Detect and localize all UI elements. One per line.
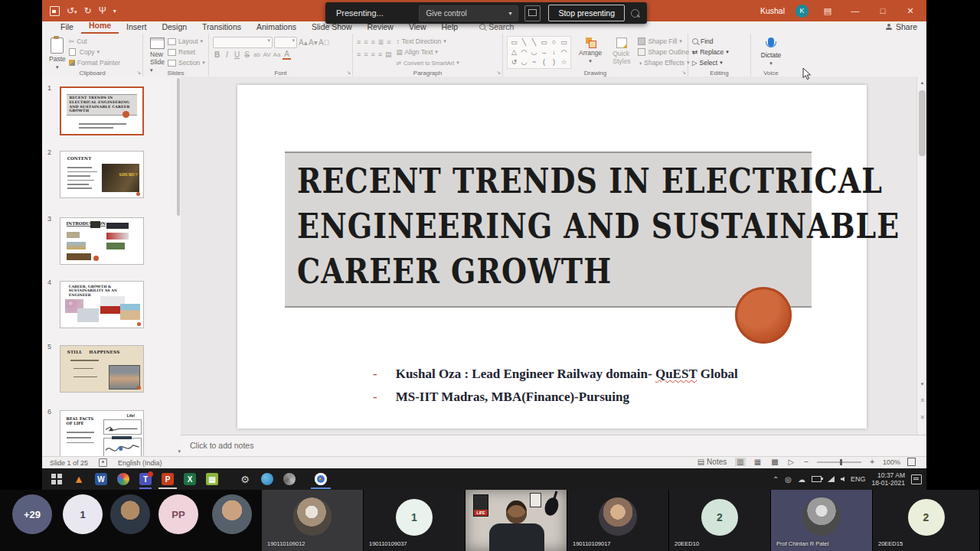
- reading-view-button[interactable]: ▩: [769, 458, 779, 466]
- account-avatar[interactable]: K: [795, 5, 808, 18]
- slide-sorter-view-button[interactable]: ▦: [753, 458, 763, 466]
- thumbnail-scrollbar[interactable]: [177, 78, 180, 216]
- excel-icon[interactable]: X: [182, 471, 198, 487]
- font-dialog-launcher[interactable]: ↘: [346, 70, 351, 76]
- font-color-button[interactable]: A: [283, 50, 291, 60]
- list-buttons[interactable]: ≡≡≡≣≡: [357, 36, 392, 48]
- bullet-line-2[interactable]: -MS-IIT Madras, MBA(Finance)-Pursuing: [373, 390, 629, 405]
- customize-qat-icon[interactable]: ▾: [113, 8, 116, 15]
- close-button[interactable]: ✕: [902, 6, 919, 16]
- shrink-font-icon[interactable]: A▾: [309, 38, 317, 47]
- share-button[interactable]: Share: [886, 22, 917, 31]
- participant-tile[interactable]: 190110109017: [567, 490, 669, 551]
- action-center-icon[interactable]: [911, 474, 922, 484]
- save-icon[interactable]: [50, 6, 60, 16]
- undo-icon[interactable]: ↺▾: [67, 5, 77, 16]
- slide-canvas[interactable]: RECENT TRENDS IN ELECTRICAL ENGINEERING …: [237, 85, 867, 429]
- thumbnail-slide-1[interactable]: RECENT TRENDS IN ELECTRICAL ENGINEERING …: [60, 86, 144, 135]
- thumbnail-slide-2[interactable]: CONTENT SHURU?: [60, 151, 144, 198]
- start-button[interactable]: [49, 471, 64, 487]
- previous-slide-button[interactable]: «: [919, 396, 926, 406]
- scroll-up-icon[interactable]: ▴: [917, 77, 926, 86]
- underline-button[interactable]: U: [233, 51, 241, 59]
- font-name-combo[interactable]: [213, 37, 273, 48]
- clear-format-icon[interactable]: A⃠: [318, 38, 327, 47]
- align-buttons[interactable]: ≡≡≡≡▤: [357, 48, 392, 60]
- thumbnail-slide-4[interactable]: CAREER, GROWTH & SUSTAINABILITY AS AN EN…: [60, 281, 144, 328]
- italic-button[interactable]: I: [223, 51, 231, 59]
- tab-transitions[interactable]: Transitions: [194, 22, 249, 34]
- bold-button[interactable]: B: [213, 51, 221, 59]
- fit-slide-button[interactable]: [907, 458, 916, 466]
- paragraph-dialog-launcher[interactable]: ↘: [496, 70, 501, 76]
- font-size-combo[interactable]: [274, 37, 297, 48]
- tab-insert[interactable]: Insert: [119, 22, 154, 34]
- slideshow-view-button[interactable]: ▷: [787, 458, 796, 466]
- shape-outline-button[interactable]: Shape Outline▾: [638, 47, 694, 57]
- participant-tile[interactable]: 1 190110109037: [364, 490, 466, 551]
- section-button[interactable]: Section▾: [168, 57, 205, 68]
- strikethrough-button[interactable]: S: [243, 51, 251, 59]
- stop-presenting-button[interactable]: Stop presenting: [548, 5, 625, 21]
- skype-icon[interactable]: [260, 471, 275, 487]
- participant-tile[interactable]: Prof Chintan R Patel: [771, 490, 873, 551]
- reset-button[interactable]: Reset: [168, 47, 205, 57]
- zoom-out-button[interactable]: −: [802, 458, 810, 466]
- people-icon[interactable]: ◎: [785, 475, 792, 484]
- media-app-icon[interactable]: [116, 471, 131, 487]
- participant-overflow-count[interactable]: +29: [12, 494, 52, 534]
- tab-help[interactable]: Help: [434, 22, 466, 34]
- participant-tile[interactable]: 2 20EED15: [873, 490, 980, 551]
- battery-icon[interactable]: [812, 476, 822, 482]
- network-icon[interactable]: [828, 476, 835, 482]
- slide-scrollbar[interactable]: ▴ ▾ « »: [916, 77, 926, 435]
- search-box[interactable]: Search: [466, 22, 514, 34]
- language-indicator[interactable]: English (India): [118, 459, 162, 467]
- minimize-button[interactable]: —: [847, 6, 864, 15]
- powerpoint-icon[interactable]: P: [160, 471, 175, 487]
- copy-button[interactable]: Copy▾: [69, 47, 120, 57]
- participant-photo-avatar[interactable]: [110, 494, 150, 534]
- input-language[interactable]: ENG: [851, 475, 866, 483]
- text-direction-button[interactable]: ↕Text Direction▾: [397, 36, 459, 47]
- participant-badge-1[interactable]: 1: [63, 494, 103, 534]
- teams-icon[interactable]: T: [138, 471, 153, 487]
- tab-animations[interactable]: Animations: [249, 22, 304, 34]
- onedrive-cloud-icon[interactable]: ☁: [798, 475, 805, 484]
- tray-expand-icon[interactable]: ⌃: [773, 475, 779, 484]
- align-text-button[interactable]: ▤Align Text▾: [397, 47, 459, 57]
- slide-title[interactable]: RECENT TRENDS IN ELECTRICAL ENGINEERING …: [297, 158, 900, 294]
- accessibility-icon[interactable]: [99, 458, 107, 467]
- shape-fill-button[interactable]: Shape Fill▾: [638, 36, 694, 47]
- cut-button[interactable]: ✂Cut: [69, 36, 120, 47]
- zoom-in-button[interactable]: +: [868, 458, 876, 466]
- clock[interactable]: 10:37 AM18-01-2021: [872, 471, 905, 487]
- annotation-icon[interactable]: [524, 5, 541, 21]
- pin-icon[interactable]: [631, 9, 639, 18]
- ribbon-display-options-icon[interactable]: ▤: [819, 6, 836, 16]
- tab-file[interactable]: File: [53, 22, 81, 34]
- notes-toggle-button[interactable]: ▤ Notes: [696, 458, 728, 466]
- notes-app-icon[interactable]: ▤: [204, 471, 220, 487]
- zoom-level[interactable]: 100%: [883, 458, 900, 466]
- give-control-button[interactable]: Give control▾: [419, 5, 518, 21]
- participant-video-tile[interactable]: LIFE: [466, 490, 567, 551]
- tab-view[interactable]: View: [401, 22, 434, 34]
- thumbnail-slide-5[interactable]: STILL HAPPINESS: [60, 345, 144, 393]
- select-button[interactable]: ▷Select▾: [692, 57, 746, 68]
- chrome-icon[interactable]: [313, 471, 328, 487]
- draw-app-icon[interactable]: [282, 471, 297, 487]
- paste-button[interactable]: Paste▾: [46, 36, 69, 72]
- zoom-slider-thumb[interactable]: [840, 459, 842, 465]
- normal-view-button[interactable]: ▥: [735, 458, 745, 466]
- notes-pane[interactable]: Click to add notes: [181, 435, 926, 456]
- word-icon[interactable]: W: [93, 471, 109, 487]
- change-case-button[interactable]: Aa: [273, 51, 281, 58]
- scroll-down-icon[interactable]: ▾: [917, 381, 926, 387]
- volume-icon[interactable]: [841, 477, 844, 481]
- tab-review[interactable]: Review: [360, 22, 401, 34]
- grow-font-icon[interactable]: A▴: [299, 38, 307, 47]
- zoom-slider[interactable]: [817, 461, 861, 463]
- format-painter-button[interactable]: Format Painter: [69, 57, 120, 68]
- arrange-button[interactable]: Arrange▾: [576, 36, 605, 69]
